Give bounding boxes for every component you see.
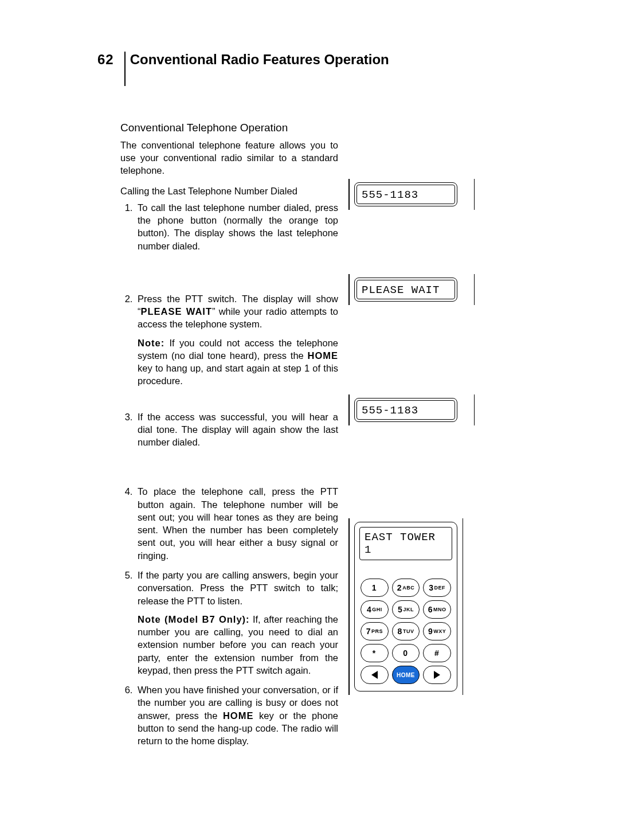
bold-text: PLEASE WAIT: [141, 306, 212, 317]
keypad-key-7[interactable]: 7PRS: [361, 622, 389, 640]
keypad-lcd: EAST TOWER 1: [359, 527, 452, 560]
keypad-key-0[interactable]: 0: [392, 644, 420, 662]
keypad-key-3[interactable]: 3DEF: [423, 579, 451, 597]
note-block: Note (Model B7 Only): If, after reaching…: [138, 613, 338, 677]
keypad-key-9[interactable]: 9WXY: [423, 622, 451, 640]
step-text: To call the last telephone number dialed…: [138, 202, 338, 251]
keypad-key-#[interactable]: #: [423, 644, 451, 662]
page-number: 62: [97, 52, 120, 68]
chapter-title: Conventional Radio Features Operation: [130, 52, 389, 68]
step-5: If the party you are calling answers, be…: [135, 569, 338, 677]
keypad-home-button[interactable]: HOME: [392, 666, 420, 684]
arrow-left-icon: [371, 671, 378, 679]
keypad-grid: 12ABC3DEF4GHI5JKL6MNO7PRS8TUV9WXY*0#HOME: [357, 575, 455, 689]
step-1: To call the last telephone number dialed…: [135, 201, 338, 252]
step-text: If the party you are calling answers, be…: [138, 570, 338, 606]
intro-paragraph: The conventional telephone feature allow…: [120, 139, 338, 177]
keypad-key-2[interactable]: 2ABC: [392, 579, 420, 597]
keypad-key-8[interactable]: 8TUV: [392, 622, 420, 640]
step-4: To place the telephone call, press the P…: [135, 485, 338, 562]
note-block: Note: If you could not access the teleph…: [138, 337, 338, 388]
section-title: Conventional Telephone Operation: [120, 120, 338, 135]
lcd-text: 555-1183: [356, 185, 455, 204]
lcd-display-1: 555-1183: [354, 182, 469, 206]
lcd-display-3: 555-1183: [354, 398, 469, 422]
keypad-key-6[interactable]: 6MNO: [423, 600, 451, 619]
step-2: Press the PTT switch. The display will s…: [135, 292, 338, 388]
keypad-key-*[interactable]: *: [361, 644, 389, 662]
keypad-left-arrow[interactable]: [361, 666, 389, 684]
page-header: 62 Conventional Radio Features Operation: [97, 52, 533, 86]
arrow-right-icon: [434, 671, 440, 679]
keypad-key-5[interactable]: 5JKL: [392, 600, 420, 619]
keypad-key-1[interactable]: 1: [361, 579, 389, 597]
bold-text: HOME: [308, 350, 339, 361]
manual-page: 62 Conventional Radio Features Operation…: [0, 0, 619, 840]
step-3: If the access was successful, you will h…: [135, 411, 338, 449]
lcd-text: PLEASE WAIT: [356, 280, 455, 299]
lcd-text: 555-1183: [356, 400, 455, 420]
page-body: Conventional Telephone Operation The con…: [120, 120, 533, 754]
text-column: Conventional Telephone Operation The con…: [120, 120, 338, 754]
note-text: key to hang up, and start again at step …: [138, 363, 338, 386]
note-label: Note:: [138, 338, 164, 348]
note-label: Note (Model B7 Only):: [138, 614, 250, 624]
figure-column: 555-1183 PLEASE WAIT 555-1183 EAST TOWER…: [354, 120, 469, 754]
header-divider: [124, 52, 126, 86]
subheading: Calling the Last Telephone Number Dialed: [120, 185, 338, 197]
step-text: To place the telephone call, press the P…: [138, 486, 338, 560]
lcd-display-2: PLEASE WAIT: [354, 278, 469, 302]
step-text: If the access was successful, you will h…: [138, 412, 338, 448]
bold-text: HOME: [223, 710, 254, 721]
step-6: When you have finished your conversation…: [135, 683, 338, 747]
radio-keypad: EAST TOWER 1 12ABC3DEF4GHI5JKL6MNO7PRS8T…: [354, 522, 457, 691]
keypad-right-arrow[interactable]: [423, 666, 451, 684]
keypad-key-4[interactable]: 4GHI: [361, 600, 389, 619]
step-list: To call the last telephone number dialed…: [120, 201, 338, 748]
